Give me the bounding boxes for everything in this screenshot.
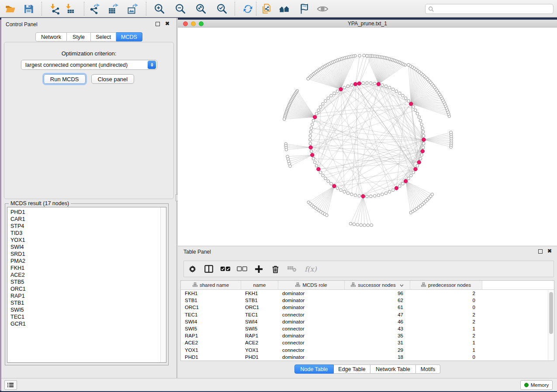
tab-motifs[interactable]: Motifs [416,364,440,374]
mcds-result-item[interactable]: SWI4 [10,244,166,251]
zoom-out-icon[interactable] [173,2,187,15]
ring-node[interactable] [324,100,327,103]
ring-node[interactable] [336,90,339,93]
ring-node[interactable] [366,195,369,198]
ring-node[interactable] [373,194,376,197]
table-row[interactable]: TEC1TEC1connector472 [181,311,554,318]
mcds-hub-node[interactable] [394,186,398,190]
ring-node[interactable] [421,127,424,130]
leaf-node[interactable] [325,214,329,217]
table-row[interactable]: YOX1YOX1connector291 [181,347,554,354]
ring-node[interactable] [324,177,327,180]
mcds-result-item[interactable]: SRD1 [10,251,166,258]
tab-network-table[interactable]: Network Table [370,364,416,374]
ring-node[interactable] [414,109,417,112]
table-row[interactable]: RAP1RAP1dominator352 [181,332,554,339]
refresh-icon[interactable] [241,2,254,15]
mcds-result-item[interactable]: TID3 [10,230,166,237]
mcds-result-item[interactable]: PHD1 [10,209,166,216]
table-row[interactable]: PHD1PHD1dominator180 [181,354,554,361]
mcds-hub-node[interactable] [339,87,343,91]
ring-node[interactable] [346,192,349,195]
ring-node[interactable] [422,131,425,134]
leaf-node[interactable] [450,131,453,134]
mcds-result-list[interactable]: PHD1CAR1STP4TID3YOX1SWI4SRD1PMA2FKH1ACE2… [7,207,166,363]
ring-node[interactable] [322,103,325,106]
ring-node[interactable] [407,100,410,103]
column-view-icon[interactable] [201,262,217,275]
memory-button[interactable]: Memory [520,380,553,390]
ring-node[interactable] [311,123,314,126]
mcds-result-item[interactable]: STB5 [10,279,166,285]
leaf-node[interactable] [363,224,366,227]
leaf-node[interactable] [431,193,434,196]
column-header-mcds-role[interactable]: MCDS role [278,281,345,289]
table-row[interactable]: SWI5SWI5connector431 [181,325,554,332]
ring-node[interactable] [343,86,346,89]
ring-node[interactable] [422,134,425,138]
ring-node[interactable] [313,161,316,164]
mcds-hub-node[interactable] [313,115,317,119]
mcds-list-scrollbar[interactable] [160,207,166,362]
leaf-node[interactable] [285,148,288,151]
ring-node[interactable] [309,138,312,141]
ring-node[interactable] [350,193,353,196]
ring-node[interactable] [358,194,361,197]
ring-node[interactable] [401,94,405,97]
zoom-in-icon[interactable] [152,2,166,15]
ring-node[interactable] [343,190,346,193]
leaf-node[interactable] [370,224,373,227]
ring-node[interactable] [398,185,401,188]
export-image-icon[interactable] [126,2,139,15]
table-scrollbar[interactable] [548,290,554,360]
ring-node[interactable] [422,142,425,145]
mcds-result-item[interactable]: STP4 [10,223,166,230]
ring-node[interactable] [398,92,401,95]
ring-node[interactable] [407,177,410,180]
mcds-hub-node[interactable] [332,184,336,188]
ring-node[interactable] [312,119,315,122]
search-box[interactable] [425,4,554,14]
table-row[interactable]: SWI4SWI4dominator462 [181,318,554,325]
ring-node[interactable] [377,194,380,197]
style-icon[interactable] [297,2,310,15]
mcds-hub-node[interactable] [361,194,365,198]
ring-node[interactable] [362,82,365,85]
zoom-selected-icon[interactable] [215,2,228,15]
mcds-result-item[interactable]: ACE2 [10,272,166,279]
network-window-titlebar[interactable]: YPA_prune.txt_1 [178,20,557,28]
open-file-icon[interactable] [4,2,17,15]
table-row[interactable]: STB1STB1dominator620 [181,297,554,304]
mcds-result-item[interactable]: GCR1 [10,320,166,327]
ring-node[interactable] [412,106,415,109]
mcds-hub-node[interactable] [414,167,417,171]
ring-node[interactable] [384,85,387,88]
float-table-panel-icon[interactable] [538,249,543,254]
table-row[interactable]: ORC1ORC1dominator610 [181,304,554,311]
zoom-fit-icon[interactable] [194,2,207,15]
ring-node[interactable] [366,82,369,85]
mcds-result-item[interactable]: YOX1 [10,237,166,244]
select-all-icon[interactable] [217,262,234,275]
panel-menu-button[interactable] [4,380,17,390]
ring-node[interactable] [315,112,318,115]
import-table-icon[interactable] [64,2,77,15]
column-header-predecessor-nodes[interactable]: predecessor nodes [410,281,482,289]
delete-column-icon[interactable] [267,262,284,275]
ring-node[interactable] [370,195,373,198]
mcds-result-item[interactable]: PMA2 [10,258,166,265]
ring-node[interactable] [373,82,376,85]
column-header-shared-name[interactable]: shared name [181,281,241,289]
save-session-icon[interactable] [22,2,35,15]
mcds-hub-node[interactable] [422,138,426,141]
ring-node[interactable] [310,150,313,153]
duplicate-network-icon[interactable] [259,2,273,15]
ring-node[interactable] [330,94,333,97]
ring-node[interactable] [404,97,407,100]
ring-node[interactable] [309,131,312,134]
ring-node[interactable] [319,106,322,109]
ring-node[interactable] [327,97,330,100]
ring-node[interactable] [339,189,343,192]
table-row[interactable]: ACE2ACE2connector311 [181,339,554,346]
ring-node[interactable] [416,112,419,115]
